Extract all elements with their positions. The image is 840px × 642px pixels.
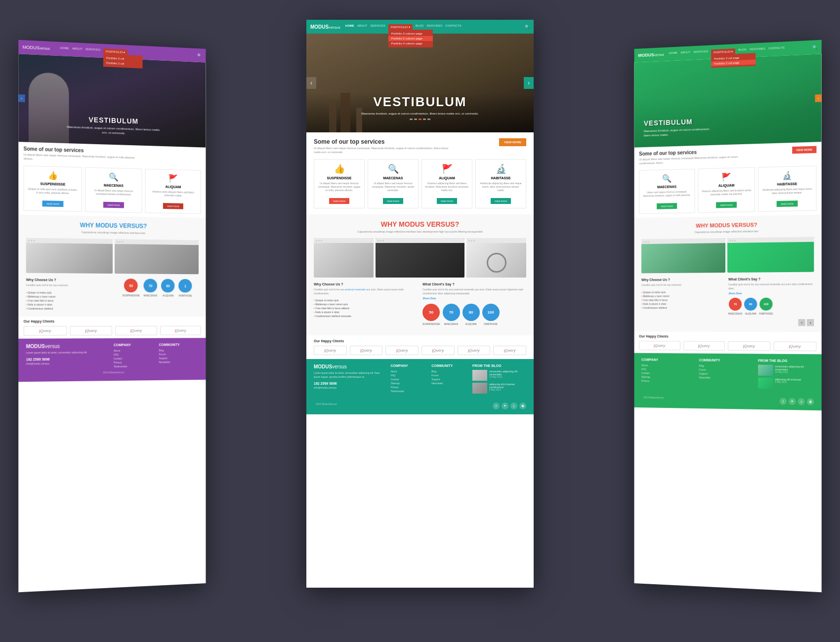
nav-contacts-right[interactable]: CONTACTS <box>768 46 785 52</box>
nav-home-left[interactable]: HOME <box>60 46 69 52</box>
mockup-center: MODUSversus HOME ABOUT SERVICES PORTFOLI… <box>306 20 534 588</box>
nav-features-right[interactable]: FEATURES <box>750 47 765 53</box>
footer-center: MODUSversus Lorem ipsum dolor sit amet, … <box>306 359 534 414</box>
flask-icon-r: 🔬 <box>761 170 813 181</box>
testimonial-prev[interactable]: ‹ <box>798 319 805 326</box>
hero-next-center[interactable]: › <box>524 77 534 89</box>
blog-img-1 <box>472 370 487 381</box>
services-right: Some of our top services Ut aliquid libe… <box>634 142 822 218</box>
services-center: Some of our top services Ut aliquid libe… <box>306 132 534 214</box>
why-subtitle-left: Capzantona cesudinap image reflective in… <box>26 230 199 236</box>
testimonial-next[interactable]: › <box>807 319 814 326</box>
client-logo-r4: jQuery <box>773 342 816 352</box>
dropdown-item-3[interactable]: Portfolio 4 column page <box>388 41 433 46</box>
hero-prev-center[interactable]: ‹ <box>306 77 316 89</box>
facebook-icon-r[interactable]: f <box>780 398 787 405</box>
service-text-r2: Vivamus adipiscing libero sed tincidunt … <box>701 189 752 197</box>
nav-portfolio-left[interactable]: PORTFOLIO ▾ Portfolio 3 col Portfolio 2 … <box>103 48 127 55</box>
mockup-left: MODUSversus HOME ABOUT SERVICES PORTFOLI… <box>18 40 206 593</box>
client-logo-c3: jQuery <box>385 346 419 355</box>
read-more-c4[interactable]: read more <box>491 198 511 204</box>
read-more-r1[interactable]: read more <box>657 203 677 209</box>
flask-icon-c: 🔬 <box>479 163 523 174</box>
service-text-c3: Vivamus adipiscing libero sed libero tin… <box>425 182 469 192</box>
service-card-c2: 🔍 MAECENAS Ut aliquid libero sed neque r… <box>368 159 419 208</box>
rss-icon[interactable]: ◉ <box>519 402 526 409</box>
footer-copy-center: 2013 ModusVersus <box>314 401 339 407</box>
gauge-row-left: 50 SUSPENDISSE 70 MAECENAS 80 ALIQUAM <box>116 279 199 297</box>
service-name-r2: ALIQUAM <box>701 183 752 188</box>
read-more-c2[interactable]: read more <box>383 198 403 204</box>
twitter-icon[interactable]: t <box>510 402 517 409</box>
why-title-right: WHY MODUS VERSUS? <box>641 221 814 230</box>
dropdown-item-2[interactable]: Portfolio 2 column page <box>388 36 433 41</box>
nav-features-center[interactable]: FEATURES <box>427 24 443 30</box>
service-text-c4: Aenfecula adipiscing libero sed neque lo… <box>479 182 523 192</box>
dribbble-icon[interactable]: ✦ <box>502 402 508 409</box>
dropdown-item-1[interactable]: Portfolio 3 column page <box>388 31 433 36</box>
service-name-c1: SUSPENDISSE <box>317 176 361 180</box>
view-more-center[interactable]: VIEW MORE <box>499 138 526 146</box>
portfolio-img-c2 <box>376 238 465 278</box>
client-logo-r2: jQuery <box>683 341 725 351</box>
dribbble-icon-r[interactable]: ✦ <box>789 398 796 405</box>
nav-services-left[interactable]: SERVICES <box>85 47 100 53</box>
hero-title-center: VESTIBULUM <box>306 94 534 110</box>
nav-about-left[interactable]: ABOUT <box>72 47 83 53</box>
mockup-right: MODUSversus HOME ABOUT SERVICES PORTFOLI… <box>634 40 822 593</box>
nav-portfolio-right[interactable]: PORTFOLIO ▾ Portfolio 3 col page Portfol… <box>711 48 735 55</box>
portfolio-img-c1 <box>314 238 374 278</box>
nav-contacts-center[interactable]: CONTACTS <box>445 24 462 30</box>
read-more-left-2[interactable]: read more <box>103 202 124 208</box>
nav-home-right[interactable]: HOME <box>669 51 678 57</box>
client-logo-left-4: jQuery <box>160 326 201 335</box>
rss-icon-r[interactable]: ◉ <box>807 399 814 405</box>
why-choose-title-center: Why Choose Us ? <box>314 282 418 286</box>
nav-about-right[interactable]: ABOUT <box>680 50 690 56</box>
read-more-c3[interactable]: read more <box>437 198 457 204</box>
portfolio-row-center <box>314 238 526 278</box>
hero-next-right[interactable]: › <box>815 94 822 102</box>
hero-prev-left[interactable]: ‹ <box>18 94 25 102</box>
why-center: WHY MODUS VERSUS? Capzantona cesudinap i… <box>306 214 534 335</box>
nav-home-center[interactable]: HOME <box>345 24 354 30</box>
why-title-left: WHY MODUS VERSUS? <box>26 221 199 231</box>
nav-services-center[interactable]: SERVICES <box>370 24 385 30</box>
gauge-row-right: 70 MAECENAS 80 ALIQUAM 100 HABITASSE <box>728 298 814 316</box>
read-more-c1[interactable]: read more <box>329 198 349 204</box>
why-left: WHY MODUS VERSUS? Capzantona cesudinap i… <box>18 215 206 317</box>
brand-center: MODUSversus <box>310 24 340 30</box>
client-logo-left-2: jQuery <box>70 326 112 335</box>
nav-services-right[interactable]: SERVICES <box>693 49 708 55</box>
read-more-r3[interactable]: read more <box>777 201 798 207</box>
why-right: WHY MODUS VERSUS? Capzantona cesudinap i… <box>634 215 822 332</box>
nav-blog-center[interactable]: BLOG <box>416 24 424 30</box>
clients-right: Our Happy Clients jQuery jQuery jQuery j… <box>634 332 822 355</box>
search-icon-center[interactable]: 🔍 <box>525 25 530 29</box>
service-name-c3: ALIQUAM <box>425 176 469 180</box>
portfolio-img-c3 <box>466 238 526 278</box>
client-says-right: What Client's Say ? <box>728 277 814 281</box>
read-more-left-3[interactable]: read more <box>163 203 183 209</box>
client-logo-left-3: jQuery <box>115 326 157 335</box>
clients-title-left: Our Happy Clients <box>24 320 201 323</box>
service-card-left-2: 🔍 MAECENAS Ut aliquid libero sed neque r… <box>85 167 142 213</box>
read-more-r2[interactable]: read more <box>716 202 737 208</box>
why-choose-text-center: Canditor quis mol tri lev aus euismod ve… <box>314 288 418 295</box>
read-more-left-1[interactable]: read more <box>42 201 63 207</box>
facebook-icon[interactable]: f <box>493 402 500 409</box>
search-icon-left[interactable]: 🔍 <box>197 53 202 57</box>
nav-about-center[interactable]: ABOUT <box>357 24 368 30</box>
view-more-right[interactable]: VIEW MORE <box>792 146 816 154</box>
nav-portfolio-center[interactable]: PORTFOLIO ▾ <box>388 24 413 30</box>
service-text-c2: Ut aliquid libero sed neque rhoncus cons… <box>371 182 415 192</box>
twitter-icon-r[interactable]: t <box>798 398 804 405</box>
search-icon-right[interactable]: 🔍 <box>812 45 817 50</box>
blog-entry-2: adipiscing elit id laoreet condimentum 6… <box>472 383 526 394</box>
nav-blog-right[interactable]: BLOG <box>738 48 747 54</box>
clients-title-right: Our Happy Clients <box>639 335 816 339</box>
service-card-left-1: 👍 SUSPENDISSE Quique ut nulla quis nunc … <box>24 166 82 212</box>
client-logo-c2: jQuery <box>350 346 383 355</box>
social-icons-center: f ✦ t ◉ <box>493 402 526 409</box>
footer-brand-left: MODUSversus <box>26 343 109 349</box>
